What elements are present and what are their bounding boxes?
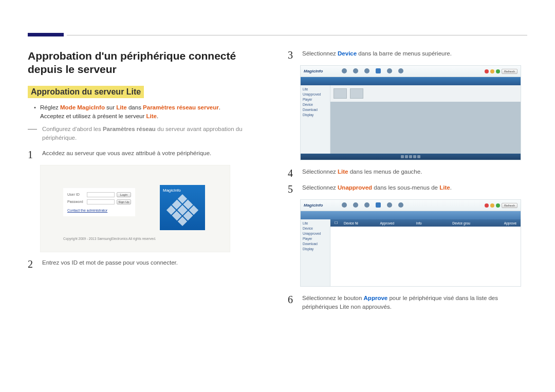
step-2: 2 Entrez vos ID et mot de passe pour vou… bbox=[28, 258, 267, 269]
app-sidebar: Lite Device Unapproved Player Download D… bbox=[301, 219, 330, 286]
app-main-area: ☐ Device Ni Approved Info Device grou Ap… bbox=[330, 219, 521, 286]
menu-icon[interactable] bbox=[341, 68, 347, 74]
step-number: 3 bbox=[288, 49, 295, 60]
app-topbar: MagicInfo Refresh bbox=[301, 200, 521, 211]
menu-icon[interactable] bbox=[353, 202, 359, 209]
th: Approved bbox=[376, 221, 412, 225]
sidebar-item[interactable]: Device bbox=[303, 103, 328, 106]
bullet-item: • Réglez Mode MagicInfo sur Lite dans Pa… bbox=[34, 103, 267, 121]
th-checkbox[interactable]: ☐ bbox=[330, 221, 340, 225]
left-column: Approbation d'un périphérique connecté d… bbox=[28, 49, 267, 371]
step-text: Sélectionnez Lite dans les menus de gauc… bbox=[302, 167, 527, 176]
th-approve: Approve bbox=[485, 221, 521, 225]
app-screenshot-unapproved: MagicInfo Refresh bbox=[300, 199, 521, 287]
step-number: 6 bbox=[288, 294, 295, 305]
menu-icon[interactable] bbox=[353, 68, 359, 74]
refresh-button[interactable]: Refresh bbox=[502, 69, 517, 74]
brand-tile: MagicInfo bbox=[160, 185, 205, 230]
menu-icon[interactable] bbox=[364, 202, 370, 209]
app-main-area bbox=[330, 85, 521, 154]
top-menu-icons bbox=[341, 202, 404, 209]
page-title: Approbation d'un périphérique connecté d… bbox=[28, 49, 267, 77]
page-content: Approbation d'un périphérique connecté d… bbox=[28, 49, 527, 371]
login-button[interactable]: Login bbox=[117, 192, 131, 197]
sidebar-item-lite[interactable]: Lite bbox=[303, 221, 328, 225]
step-text: Sélectionnez Device dans la barre de men… bbox=[302, 49, 527, 58]
step-4: 4 Sélectionnez Lite dans les menus de ga… bbox=[288, 167, 527, 178]
diamond-grid-icon bbox=[166, 194, 198, 226]
header-divider bbox=[67, 35, 527, 35]
note-dash-icon: ― bbox=[28, 125, 37, 132]
contact-admin-link[interactable]: Contact the administrator bbox=[67, 209, 131, 212]
menu-icon[interactable] bbox=[398, 202, 404, 209]
sidebar-item[interactable]: Player bbox=[303, 98, 328, 101]
app-logo: MagicInfo bbox=[304, 203, 323, 208]
step-6: 6 Sélectionnez le bouton Approve pour le… bbox=[288, 294, 527, 312]
step-5: 5 Sélectionnez Unapproved dans les sous-… bbox=[288, 183, 527, 194]
menu-icon[interactable] bbox=[386, 68, 393, 74]
status-red-icon bbox=[485, 203, 489, 208]
user-id-label: User ID bbox=[67, 193, 85, 196]
device-thumbnail[interactable] bbox=[334, 88, 347, 99]
sidebar-item[interactable]: Device bbox=[303, 227, 328, 230]
signup-button[interactable]: Sign Up bbox=[117, 199, 131, 204]
app-footer bbox=[301, 154, 521, 160]
sidebar-item[interactable]: Display bbox=[303, 113, 328, 117]
step-number: 1 bbox=[28, 149, 35, 160]
login-panel: User ID Login Password Sign Up Contact t… bbox=[63, 188, 135, 216]
device-menu-icon[interactable] bbox=[375, 202, 381, 209]
header-accent bbox=[28, 33, 64, 36]
step-text: Accédez au serveur que vous avez attribu… bbox=[42, 149, 267, 158]
copyright-text: Copyright 2009 - 2013 SamsungElectronics… bbox=[63, 237, 156, 240]
sidebar-item-unapproved[interactable]: Unapproved bbox=[303, 232, 328, 235]
menu-icon[interactable] bbox=[386, 202, 393, 209]
sidebar-item[interactable]: Download bbox=[303, 242, 328, 246]
sidebar-item[interactable]: Display bbox=[303, 247, 328, 251]
step-number: 2 bbox=[28, 258, 35, 269]
refresh-button[interactable]: Refresh bbox=[502, 203, 517, 208]
step-text: Sélectionnez le bouton Approve pour le p… bbox=[302, 294, 527, 312]
app-subbar bbox=[301, 211, 521, 219]
note-text: Configurez d'abord les Paramètres réseau… bbox=[42, 125, 267, 143]
status-yellow-icon bbox=[490, 69, 494, 73]
status-green-icon bbox=[496, 203, 500, 208]
table-header: ☐ Device Ni Approved Info Device grou Ap… bbox=[330, 219, 521, 227]
menu-icon[interactable] bbox=[398, 68, 404, 74]
app-sidebar: Lite Unapproved Player Device Download D… bbox=[301, 85, 330, 154]
device-menu-icon[interactable] bbox=[375, 68, 381, 74]
th: Device Ni bbox=[340, 221, 376, 225]
step-number: 5 bbox=[288, 183, 295, 194]
status-red-icon bbox=[485, 69, 489, 73]
bullet-dot-icon: • bbox=[34, 103, 36, 112]
status-lights: Refresh bbox=[485, 69, 517, 74]
sidebar-item[interactable]: Download bbox=[303, 108, 328, 111]
bullet-text: Réglez Mode MagicInfo sur Lite dans Para… bbox=[40, 103, 220, 121]
brand-tile-title: MagicInfo bbox=[163, 188, 181, 193]
note-row: ― Configurez d'abord les Paramètres rése… bbox=[28, 125, 267, 143]
app-subbar bbox=[301, 77, 521, 85]
sidebar-item[interactable]: Lite bbox=[303, 87, 328, 91]
app-logo: MagicInfo bbox=[304, 69, 323, 73]
step-number: 4 bbox=[288, 167, 295, 178]
password-input[interactable] bbox=[87, 199, 115, 204]
th: Device grou bbox=[448, 221, 484, 225]
th: Info bbox=[412, 221, 448, 225]
app-topbar: MagicInfo Refresh bbox=[301, 66, 521, 77]
device-thumbnail[interactable] bbox=[350, 88, 363, 99]
sidebar-item[interactable]: Unapproved bbox=[303, 92, 328, 96]
app-body: Lite Device Unapproved Player Download D… bbox=[301, 219, 521, 286]
user-id-input[interactable] bbox=[87, 192, 115, 197]
step-3: 3 Sélectionnez Device dans la barre de m… bbox=[288, 49, 527, 60]
login-screenshot: User ID Login Password Sign Up Contact t… bbox=[40, 165, 230, 252]
status-green-icon bbox=[496, 69, 500, 73]
status-yellow-icon bbox=[490, 203, 494, 208]
menu-icon[interactable] bbox=[341, 202, 347, 209]
sidebar-item[interactable]: Player bbox=[303, 237, 328, 240]
right-column: 3 Sélectionnez Device dans la barre de m… bbox=[288, 49, 527, 371]
step-text: Entrez vos ID et mot de passe pour vous … bbox=[42, 258, 267, 267]
password-label: Password bbox=[67, 200, 85, 203]
step-text: Sélectionnez Unapproved dans les sous-me… bbox=[302, 183, 527, 192]
menu-icon[interactable] bbox=[364, 68, 370, 74]
section-heading: Approbation du serveur Lite bbox=[28, 86, 144, 98]
app-screenshot-device: MagicInfo Refresh bbox=[300, 65, 521, 160]
